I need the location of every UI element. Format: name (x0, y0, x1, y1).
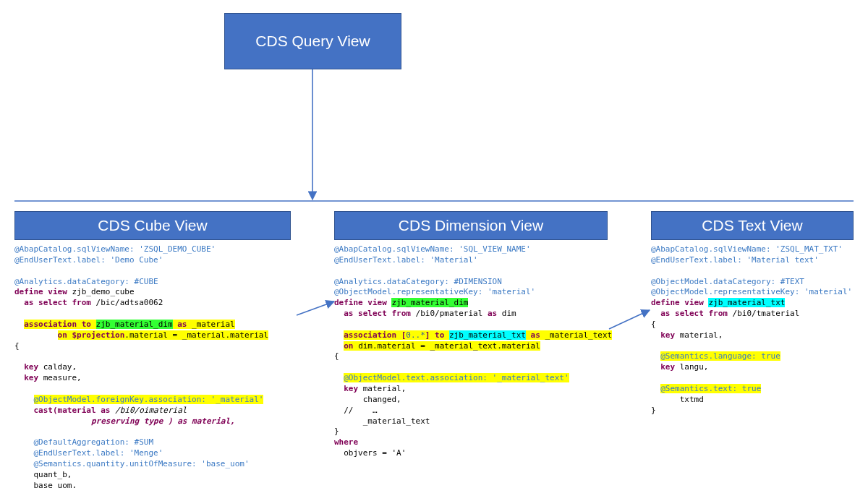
diagram-canvas: CDS Query View CDS Cube View @AbapCatalo… (0, 0, 868, 488)
cube-panel: CDS Cube View @AbapCatalog.sqlViewName: … (14, 211, 291, 488)
dimension-panel: CDS Dimension View @AbapCatalog.sqlViewN… (334, 211, 608, 459)
dimension-title: CDS Dimension View (399, 217, 543, 234)
text-panel: CDS Text View @AbapCatalog.sqlViewName: … (651, 211, 854, 416)
query-view-title: CDS Query View (255, 33, 370, 50)
text-title: CDS Text View (702, 217, 802, 234)
dimension-code: @AbapCatalog.sqlViewName: 'SQL_VIEW_NAME… (334, 244, 608, 459)
columns-row: CDS Cube View @AbapCatalog.sqlViewName: … (14, 211, 854, 488)
cube-header: CDS Cube View (14, 211, 291, 240)
text-header: CDS Text View (651, 211, 854, 240)
cube-code: @AbapCatalog.sqlViewName: 'ZSQL_DEMO_CUB… (14, 244, 291, 488)
text-code: @AbapCatalog.sqlViewName: 'ZSQL_MAT_TXT'… (651, 244, 854, 416)
dimension-header: CDS Dimension View (334, 211, 608, 240)
cube-title: CDS Cube View (98, 217, 207, 234)
query-view-box: CDS Query View (224, 13, 401, 69)
